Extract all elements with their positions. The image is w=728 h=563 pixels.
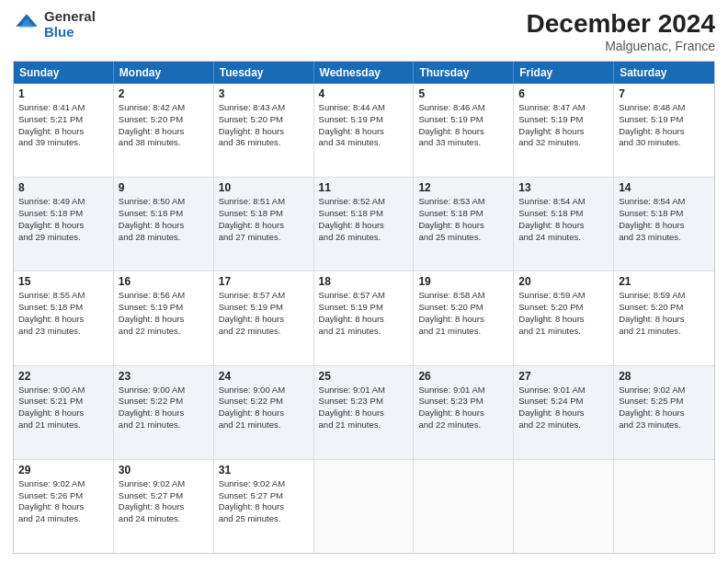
day-info: Sunrise: 8:57 AM Sunset: 5:19 PM Dayligh… [219,290,309,337]
day-number: 2 [119,87,209,100]
day-cell-3: 3Sunrise: 8:43 AM Sunset: 5:20 PM Daylig… [214,84,314,177]
day-cell-12: 12Sunrise: 8:53 AM Sunset: 5:18 PM Dayli… [414,178,514,270]
day-number: 8 [18,181,108,194]
day-cell-19: 19Sunrise: 8:58 AM Sunset: 5:20 PM Dayli… [414,271,514,364]
day-number: 12 [418,181,508,194]
header-day-tuesday: Tuesday [214,62,314,84]
header-day-thursday: Thursday [414,62,514,84]
logo-general: General [44,9,96,25]
day-info: Sunrise: 8:51 AM Sunset: 5:18 PM Dayligh… [219,196,309,243]
day-info: Sunrise: 9:01 AM Sunset: 5:24 PM Dayligh… [518,385,609,431]
day-info: Sunrise: 8:59 AM Sunset: 5:20 PM Dayligh… [619,290,710,337]
day-info: Sunrise: 8:50 AM Sunset: 5:18 PM Dayligh… [119,196,209,243]
day-number: 13 [518,181,609,194]
day-number: 29 [18,464,108,477]
day-number: 21 [619,275,710,288]
day-info: Sunrise: 9:02 AM Sunset: 5:27 PM Dayligh… [219,478,309,525]
day-info: Sunrise: 8:56 AM Sunset: 5:19 PM Dayligh… [119,290,209,337]
day-number: 20 [518,275,609,288]
day-info: Sunrise: 8:41 AM Sunset: 5:21 PM Dayligh… [18,102,108,149]
day-number: 11 [319,181,409,194]
day-info: Sunrise: 9:02 AM Sunset: 5:25 PM Dayligh… [619,385,710,431]
day-number: 28 [619,370,710,383]
day-number: 24 [219,370,309,383]
day-info: Sunrise: 9:01 AM Sunset: 5:23 PM Dayligh… [418,385,508,431]
day-info: Sunrise: 9:00 AM Sunset: 5:21 PM Dayligh… [18,385,108,431]
header-day-friday: Friday [514,62,614,84]
day-number: 14 [619,181,710,194]
day-number: 31 [219,464,309,477]
day-number: 4 [319,87,409,100]
day-cell-25: 25Sunrise: 9:01 AM Sunset: 5:23 PM Dayli… [314,366,415,459]
day-cell-11: 11Sunrise: 8:52 AM Sunset: 5:18 PM Dayli… [314,178,415,270]
day-number: 23 [119,370,209,383]
day-number: 9 [119,181,209,194]
logo-blue: Blue [44,25,96,40]
day-cell-9: 9Sunrise: 8:50 AM Sunset: 5:18 PM Daylig… [114,178,214,270]
calendar-row-4: 22Sunrise: 9:00 AM Sunset: 5:21 PM Dayli… [14,366,714,460]
day-cell-13: 13Sunrise: 8:54 AM Sunset: 5:18 PM Dayli… [514,178,614,270]
day-info: Sunrise: 9:02 AM Sunset: 5:27 PM Dayligh… [119,478,209,525]
day-cell-18: 18Sunrise: 8:57 AM Sunset: 5:19 PM Dayli… [314,271,415,364]
day-info: Sunrise: 8:46 AM Sunset: 5:19 PM Dayligh… [418,102,508,149]
day-info: Sunrise: 8:55 AM Sunset: 5:18 PM Dayligh… [18,290,108,337]
logo-text: General Blue [44,9,96,40]
day-number: 18 [319,275,409,288]
day-cell-26: 26Sunrise: 9:01 AM Sunset: 5:23 PM Dayli… [414,366,514,459]
header-day-saturday: Saturday [614,62,714,84]
calendar-row-5: 29Sunrise: 9:02 AM Sunset: 5:26 PM Dayli… [14,460,714,553]
day-number: 30 [119,464,209,477]
day-info: Sunrise: 8:52 AM Sunset: 5:18 PM Dayligh… [319,196,409,243]
calendar-body: 1Sunrise: 8:41 AM Sunset: 5:21 PM Daylig… [14,84,714,553]
day-number: 17 [219,275,309,288]
day-info: Sunrise: 8:42 AM Sunset: 5:20 PM Dayligh… [119,102,209,149]
day-number: 3 [219,87,309,100]
day-info: Sunrise: 8:54 AM Sunset: 5:18 PM Dayligh… [518,196,609,243]
day-cell-27: 27Sunrise: 9:01 AM Sunset: 5:24 PM Dayli… [514,366,614,459]
day-cell-15: 15Sunrise: 8:55 AM Sunset: 5:18 PM Dayli… [14,271,114,364]
day-cell-8: 8Sunrise: 8:49 AM Sunset: 5:18 PM Daylig… [14,178,114,270]
header-day-monday: Monday [114,62,214,84]
day-cell-17: 17Sunrise: 8:57 AM Sunset: 5:19 PM Dayli… [214,271,314,364]
day-info: Sunrise: 8:47 AM Sunset: 5:19 PM Dayligh… [518,102,609,149]
day-number: 15 [18,275,108,288]
header: General Blue December 2024 Malguenac, Fr… [13,9,715,53]
day-cell-29: 29Sunrise: 9:02 AM Sunset: 5:26 PM Dayli… [14,460,114,553]
day-info: Sunrise: 8:44 AM Sunset: 5:19 PM Dayligh… [319,102,409,149]
day-cell-1: 1Sunrise: 8:41 AM Sunset: 5:21 PM Daylig… [14,84,114,177]
day-cell-24: 24Sunrise: 9:00 AM Sunset: 5:22 PM Dayli… [214,366,314,459]
empty-cell [514,460,614,553]
calendar-row-3: 15Sunrise: 8:55 AM Sunset: 5:18 PM Dayli… [14,271,714,365]
day-cell-10: 10Sunrise: 8:51 AM Sunset: 5:18 PM Dayli… [214,178,314,270]
title-area: December 2024 Malguenac, France [527,9,715,53]
day-cell-2: 2Sunrise: 8:42 AM Sunset: 5:20 PM Daylig… [114,84,214,177]
day-number: 10 [219,181,309,194]
day-info: Sunrise: 9:02 AM Sunset: 5:26 PM Dayligh… [18,478,108,525]
day-info: Sunrise: 8:53 AM Sunset: 5:18 PM Dayligh… [418,196,508,243]
day-cell-22: 22Sunrise: 9:00 AM Sunset: 5:21 PM Dayli… [14,366,114,459]
day-cell-16: 16Sunrise: 8:56 AM Sunset: 5:19 PM Dayli… [114,271,214,364]
day-number: 25 [319,370,409,383]
day-info: Sunrise: 8:49 AM Sunset: 5:18 PM Dayligh… [18,196,108,243]
day-info: Sunrise: 9:00 AM Sunset: 5:22 PM Dayligh… [219,385,309,431]
calendar-row-2: 8Sunrise: 8:49 AM Sunset: 5:18 PM Daylig… [14,178,714,271]
page: General Blue December 2024 Malguenac, Fr… [0,0,728,563]
day-cell-30: 30Sunrise: 9:02 AM Sunset: 5:27 PM Dayli… [114,460,214,553]
day-number: 7 [619,87,710,100]
day-cell-21: 21Sunrise: 8:59 AM Sunset: 5:20 PM Dayli… [614,271,714,364]
day-cell-28: 28Sunrise: 9:02 AM Sunset: 5:25 PM Dayli… [614,366,714,459]
day-info: Sunrise: 9:01 AM Sunset: 5:23 PM Dayligh… [319,385,409,431]
day-number: 5 [418,87,508,100]
calendar: SundayMondayTuesdayWednesdayThursdayFrid… [13,61,715,554]
day-cell-23: 23Sunrise: 9:00 AM Sunset: 5:22 PM Dayli… [114,366,214,459]
header-day-sunday: Sunday [14,62,114,84]
day-cell-4: 4Sunrise: 8:44 AM Sunset: 5:19 PM Daylig… [314,84,415,177]
day-number: 27 [518,370,609,383]
day-info: Sunrise: 8:48 AM Sunset: 5:19 PM Dayligh… [619,102,710,149]
header-day-wednesday: Wednesday [314,62,415,84]
subtitle: Malguenac, France [527,39,715,53]
day-info: Sunrise: 8:59 AM Sunset: 5:20 PM Dayligh… [518,290,609,337]
day-info: Sunrise: 9:00 AM Sunset: 5:22 PM Dayligh… [119,385,209,431]
day-cell-20: 20Sunrise: 8:59 AM Sunset: 5:20 PM Dayli… [514,271,614,364]
empty-cell [614,460,714,553]
